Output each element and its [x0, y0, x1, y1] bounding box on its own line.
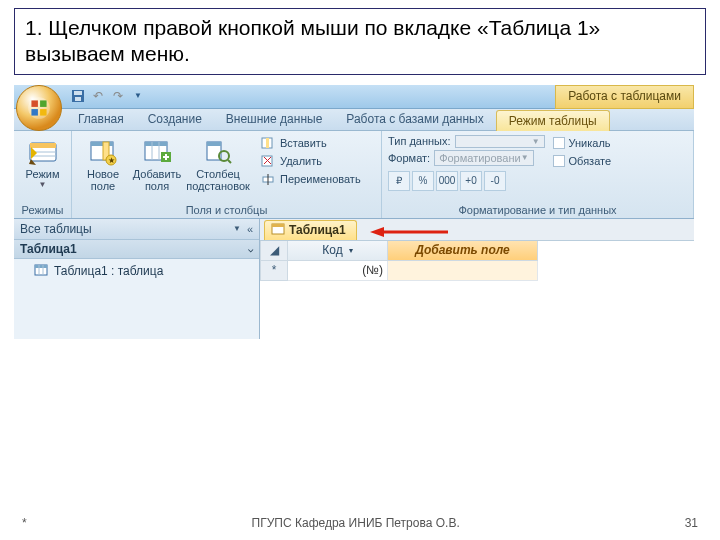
svg-rect-38 — [35, 265, 47, 268]
view-button[interactable]: Режим ▼ — [20, 134, 65, 192]
insert-button[interactable]: Вставить — [258, 134, 363, 152]
collapse-nav-icon[interactable]: « — [247, 223, 253, 235]
expand-group-icon[interactable]: ⌵ — [248, 244, 253, 254]
svg-point-0 — [28, 97, 50, 119]
view-icon — [27, 136, 59, 168]
group-format-label: Форматирование и тип данных — [388, 203, 687, 217]
save-icon[interactable] — [70, 88, 86, 104]
footer-left: * — [22, 516, 27, 530]
format-label: Формат: — [388, 152, 430, 164]
insert-icon — [260, 135, 276, 151]
group-fields-label: Поля и столбцы — [78, 203, 375, 217]
required-checkbox[interactable] — [553, 155, 565, 167]
tab-dbtools-label: Работа с базами данных — [346, 112, 483, 126]
nav-item-table1[interactable]: Таблица1 : таблица — [14, 259, 259, 284]
chevron-down-icon[interactable]: ▾ — [349, 246, 353, 255]
tab-home-label: Главная — [78, 112, 124, 126]
column-header-id[interactable]: Код ▾ — [288, 241, 388, 261]
nav-group-header[interactable]: Таблица1 ⌵ — [14, 240, 259, 259]
lookup-icon — [202, 136, 234, 168]
increase-decimals-button[interactable]: +0 — [460, 171, 482, 191]
office-button[interactable] — [16, 85, 62, 131]
unique-checkbox-row[interactable]: Уникаль — [553, 136, 612, 150]
redo-icon[interactable]: ↷ — [110, 88, 126, 104]
rename-button[interactable]: Переименовать — [258, 170, 363, 188]
delete-button[interactable]: Удалить — [258, 152, 363, 170]
svg-marker-44 — [370, 227, 384, 237]
unique-label: Уникаль — [569, 137, 611, 149]
percent-label: % — [419, 175, 428, 186]
new-row-marker: * — [272, 263, 277, 277]
svg-rect-27 — [207, 142, 221, 146]
lookup-column-button[interactable]: Столбец подстановок — [186, 134, 250, 194]
doc-tab-table1[interactable]: Таблица1 — [264, 220, 357, 240]
currency-label: ₽ — [396, 175, 402, 186]
ribbon: Режим ▼ Режимы ★ Новое поле Д — [14, 131, 694, 219]
tab-home[interactable]: Главная — [66, 109, 136, 130]
rename-icon — [260, 171, 276, 187]
cell-id-new[interactable]: (№) — [288, 261, 388, 281]
svg-rect-20 — [145, 142, 167, 146]
nav-header[interactable]: Все таблицы ▼ « — [14, 219, 259, 240]
decrease-decimals-button[interactable]: -0 — [484, 171, 506, 191]
table-icon — [271, 222, 285, 239]
thousands-label: 000 — [439, 175, 456, 186]
ribbon-group-views: Режим ▼ Режимы — [14, 131, 72, 218]
new-field-icon: ★ — [87, 136, 119, 168]
column-header-add-field[interactable]: Добавить поле — [388, 241, 538, 261]
delete-label: Удалить — [280, 155, 322, 167]
undo-icon[interactable]: ↶ — [90, 88, 106, 104]
add-fields-button[interactable]: Добавить поля — [132, 134, 182, 194]
id-placeholder: (№) — [362, 263, 383, 277]
office-logo-icon — [26, 95, 52, 121]
format-combo[interactable]: Форматировани ▼ — [434, 150, 533, 166]
svg-rect-42 — [272, 224, 284, 227]
cell-add-new[interactable] — [388, 261, 538, 281]
percent-button[interactable]: % — [412, 171, 434, 191]
tab-external-label: Внешние данные — [226, 112, 323, 126]
context-tab-group-text: Работа с таблицами — [568, 89, 681, 103]
context-tab-group-label: Работа с таблицами — [555, 85, 694, 109]
tab-datasheet[interactable]: Режим таблицы — [496, 110, 610, 131]
workspace: Все таблицы ▼ « Таблица1 ⌵ Таблица1 : та… — [14, 219, 694, 339]
group-views-label: Режимы — [20, 203, 65, 217]
currency-button[interactable]: ₽ — [388, 171, 410, 191]
footer-right: 31 — [685, 516, 698, 530]
field-ops-list: Вставить Удалить Переименовать — [258, 134, 363, 188]
svg-rect-1 — [31, 100, 38, 107]
svg-line-29 — [228, 160, 231, 163]
nav-header-label: Все таблицы — [20, 222, 92, 236]
thousands-button[interactable]: 000 — [436, 171, 458, 191]
svg-rect-4 — [40, 109, 47, 116]
select-all-cell[interactable]: ◢ — [260, 241, 288, 261]
rename-label: Переименовать — [280, 173, 361, 185]
chevron-down-icon[interactable]: ▼ — [233, 224, 241, 233]
datasheet-area: Таблица1 ◢ Код ▾ Добавить поле — [260, 219, 694, 339]
instruction-box: 1. Щелчком правой кнопкой мыши по вкладк… — [14, 8, 706, 75]
required-checkbox-row[interactable]: Обязате — [553, 154, 612, 168]
svg-rect-3 — [31, 109, 38, 116]
datasheet-new-row[interactable]: * (№) — [260, 261, 694, 281]
svg-rect-6 — [74, 91, 82, 95]
datatype-combo[interactable]: ▼ — [455, 135, 545, 148]
qat-dropdown-icon[interactable]: ▼ — [130, 88, 146, 104]
tab-datasheet-label: Режим таблицы — [509, 114, 597, 128]
table-icon — [34, 263, 48, 280]
nav-item-label: Таблица1 : таблица — [54, 264, 163, 278]
access-window: ↶ ↷ ▼ Работа с таблицами Главная Создани… — [14, 85, 694, 339]
nav-group-label: Таблица1 — [20, 242, 77, 256]
datasheet-header-row: ◢ Код ▾ Добавить поле — [260, 241, 694, 261]
new-field-button[interactable]: ★ Новое поле — [78, 134, 128, 194]
svg-rect-31 — [266, 138, 269, 148]
unique-checkbox[interactable] — [553, 137, 565, 149]
svg-rect-7 — [75, 97, 81, 101]
insert-label: Вставить — [280, 137, 327, 149]
tab-dbtools[interactable]: Работа с базами данных — [334, 109, 495, 130]
tab-external[interactable]: Внешние данные — [214, 109, 335, 130]
document-tabs: Таблица1 — [260, 219, 694, 241]
format-value: Форматировани — [439, 152, 521, 164]
tab-create[interactable]: Создание — [136, 109, 214, 130]
inc-label: +0 — [465, 175, 476, 186]
row-selector-new[interactable]: * — [260, 261, 288, 281]
svg-text:★: ★ — [108, 156, 115, 165]
